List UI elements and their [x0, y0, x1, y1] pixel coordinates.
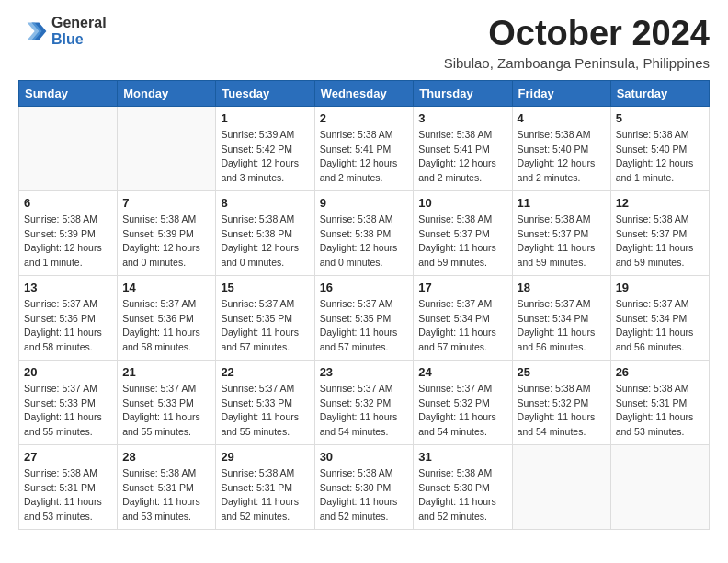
calendar-cell: 5Sunrise: 5:38 AM Sunset: 5:40 PM Daylig… [610, 106, 709, 190]
day-info: Sunrise: 5:38 AM Sunset: 5:37 PM Dayligh… [418, 213, 506, 270]
day-number: 11 [518, 196, 606, 210]
calendar-header-monday: Monday [118, 80, 216, 106]
day-number: 6 [24, 196, 112, 210]
day-number: 26 [616, 365, 704, 379]
day-number: 31 [418, 450, 506, 464]
day-info: Sunrise: 5:38 AM Sunset: 5:37 PM Dayligh… [518, 213, 606, 270]
day-info: Sunrise: 5:38 AM Sunset: 5:40 PM Dayligh… [518, 128, 606, 186]
logo-text: General Blue [51, 15, 107, 47]
calendar-header-wednesday: Wednesday [314, 80, 414, 106]
calendar-cell: 8Sunrise: 5:38 AM Sunset: 5:38 PM Daylig… [216, 190, 314, 275]
month-title: October 2024 [444, 15, 710, 53]
day-number: 19 [616, 281, 704, 294]
day-number: 12 [616, 196, 704, 210]
day-info: Sunrise: 5:37 AM Sunset: 5:36 PM Dayligh… [24, 297, 112, 355]
day-number: 22 [221, 365, 309, 379]
day-number: 25 [518, 365, 606, 379]
calendar-cell: 25Sunrise: 5:38 AM Sunset: 5:32 PM Dayli… [512, 360, 610, 444]
calendar-header-friday: Friday [512, 80, 610, 106]
day-info: Sunrise: 5:38 AM Sunset: 5:40 PM Dayligh… [616, 128, 704, 186]
calendar-cell [118, 106, 216, 190]
day-info: Sunrise: 5:38 AM Sunset: 5:41 PM Dayligh… [418, 128, 506, 186]
title-area: October 2024 Sibulao, Zamboanga Peninsul… [444, 15, 710, 71]
calendar-cell: 10Sunrise: 5:38 AM Sunset: 5:37 PM Dayli… [414, 190, 512, 275]
calendar-cell: 26Sunrise: 5:38 AM Sunset: 5:31 PM Dayli… [610, 360, 709, 444]
day-number: 2 [320, 111, 409, 125]
day-number: 14 [122, 281, 210, 294]
calendar-cell: 23Sunrise: 5:37 AM Sunset: 5:32 PM Dayli… [314, 360, 414, 444]
logo-blue-label: Blue [51, 31, 107, 48]
calendar-cell: 20Sunrise: 5:37 AM Sunset: 5:33 PM Dayli… [19, 360, 118, 444]
day-info: Sunrise: 5:37 AM Sunset: 5:33 PM Dayligh… [24, 382, 112, 440]
week-row-1: 1Sunrise: 5:39 AM Sunset: 5:42 PM Daylig… [19, 106, 710, 190]
day-info: Sunrise: 5:38 AM Sunset: 5:30 PM Dayligh… [320, 466, 409, 524]
calendar-cell: 16Sunrise: 5:37 AM Sunset: 5:35 PM Dayli… [314, 275, 414, 360]
logo: General Blue [18, 15, 107, 47]
calendar-cell: 21Sunrise: 5:37 AM Sunset: 5:33 PM Dayli… [118, 360, 216, 444]
location-subtitle: Sibulao, Zamboanga Peninsula, Philippine… [444, 55, 710, 71]
day-number: 27 [24, 450, 112, 464]
day-number: 18 [518, 281, 606, 294]
day-number: 10 [418, 196, 506, 210]
calendar-cell: 18Sunrise: 5:37 AM Sunset: 5:34 PM Dayli… [512, 275, 610, 360]
day-info: Sunrise: 5:39 AM Sunset: 5:42 PM Dayligh… [221, 128, 309, 186]
day-info: Sunrise: 5:38 AM Sunset: 5:30 PM Dayligh… [418, 466, 506, 524]
calendar-cell: 31Sunrise: 5:38 AM Sunset: 5:30 PM Dayli… [414, 444, 512, 529]
day-number: 1 [221, 111, 309, 125]
day-number: 23 [320, 365, 409, 379]
day-number: 7 [122, 196, 210, 210]
calendar-cell: 28Sunrise: 5:38 AM Sunset: 5:31 PM Dayli… [118, 444, 216, 529]
calendar-cell: 17Sunrise: 5:37 AM Sunset: 5:34 PM Dayli… [414, 275, 512, 360]
day-info: Sunrise: 5:38 AM Sunset: 5:31 PM Dayligh… [221, 466, 309, 524]
day-info: Sunrise: 5:37 AM Sunset: 5:32 PM Dayligh… [418, 382, 506, 440]
day-info: Sunrise: 5:38 AM Sunset: 5:31 PM Dayligh… [24, 466, 112, 524]
calendar-header-tuesday: Tuesday [216, 80, 314, 106]
day-number: 4 [518, 111, 606, 125]
week-row-5: 27Sunrise: 5:38 AM Sunset: 5:31 PM Dayli… [19, 444, 710, 529]
calendar-cell: 6Sunrise: 5:38 AM Sunset: 5:39 PM Daylig… [19, 190, 118, 275]
day-info: Sunrise: 5:37 AM Sunset: 5:36 PM Dayligh… [122, 297, 210, 355]
calendar-cell: 19Sunrise: 5:37 AM Sunset: 5:34 PM Dayli… [610, 275, 709, 360]
calendar-cell [512, 444, 610, 529]
calendar-cell: 29Sunrise: 5:38 AM Sunset: 5:31 PM Dayli… [216, 444, 314, 529]
day-info: Sunrise: 5:38 AM Sunset: 5:39 PM Dayligh… [24, 213, 112, 270]
day-number: 20 [24, 365, 112, 379]
calendar-cell [19, 106, 118, 190]
day-number: 5 [616, 111, 704, 125]
day-number: 21 [122, 365, 210, 379]
day-info: Sunrise: 5:38 AM Sunset: 5:31 PM Dayligh… [616, 382, 704, 440]
day-info: Sunrise: 5:38 AM Sunset: 5:37 PM Dayligh… [616, 213, 704, 270]
day-info: Sunrise: 5:37 AM Sunset: 5:32 PM Dayligh… [320, 382, 409, 440]
calendar-table: SundayMondayTuesdayWednesdayThursdayFrid… [18, 80, 710, 530]
calendar-cell: 11Sunrise: 5:38 AM Sunset: 5:37 PM Dayli… [512, 190, 610, 275]
day-info: Sunrise: 5:37 AM Sunset: 5:33 PM Dayligh… [221, 382, 309, 440]
week-row-4: 20Sunrise: 5:37 AM Sunset: 5:33 PM Dayli… [19, 360, 710, 444]
day-number: 8 [221, 196, 309, 210]
calendar-cell: 2Sunrise: 5:38 AM Sunset: 5:41 PM Daylig… [314, 106, 414, 190]
calendar-cell: 22Sunrise: 5:37 AM Sunset: 5:33 PM Dayli… [216, 360, 314, 444]
calendar-cell: 3Sunrise: 5:38 AM Sunset: 5:41 PM Daylig… [414, 106, 512, 190]
day-number: 3 [418, 111, 506, 125]
week-row-3: 13Sunrise: 5:37 AM Sunset: 5:36 PM Dayli… [19, 275, 710, 360]
day-info: Sunrise: 5:38 AM Sunset: 5:38 PM Dayligh… [320, 213, 409, 270]
day-info: Sunrise: 5:38 AM Sunset: 5:41 PM Dayligh… [320, 128, 409, 186]
calendar-cell: 13Sunrise: 5:37 AM Sunset: 5:36 PM Dayli… [19, 275, 118, 360]
day-number: 24 [418, 365, 506, 379]
calendar-cell [610, 444, 709, 529]
day-info: Sunrise: 5:37 AM Sunset: 5:33 PM Dayligh… [122, 382, 210, 440]
day-info: Sunrise: 5:37 AM Sunset: 5:35 PM Dayligh… [320, 297, 409, 355]
day-info: Sunrise: 5:37 AM Sunset: 5:34 PM Dayligh… [418, 297, 506, 355]
calendar-cell: 12Sunrise: 5:38 AM Sunset: 5:37 PM Dayli… [610, 190, 709, 275]
logo-general-label: General [51, 15, 107, 31]
day-number: 13 [24, 281, 112, 294]
day-info: Sunrise: 5:37 AM Sunset: 5:34 PM Dayligh… [616, 297, 704, 355]
week-row-2: 6Sunrise: 5:38 AM Sunset: 5:39 PM Daylig… [19, 190, 710, 275]
calendar-cell: 15Sunrise: 5:37 AM Sunset: 5:35 PM Dayli… [216, 275, 314, 360]
day-info: Sunrise: 5:37 AM Sunset: 5:34 PM Dayligh… [518, 297, 606, 355]
calendar-cell: 1Sunrise: 5:39 AM Sunset: 5:42 PM Daylig… [216, 106, 314, 190]
day-number: 29 [221, 450, 309, 464]
day-number: 30 [320, 450, 409, 464]
day-number: 9 [320, 196, 409, 210]
calendar-cell: 30Sunrise: 5:38 AM Sunset: 5:30 PM Dayli… [314, 444, 414, 529]
day-number: 15 [221, 281, 309, 294]
